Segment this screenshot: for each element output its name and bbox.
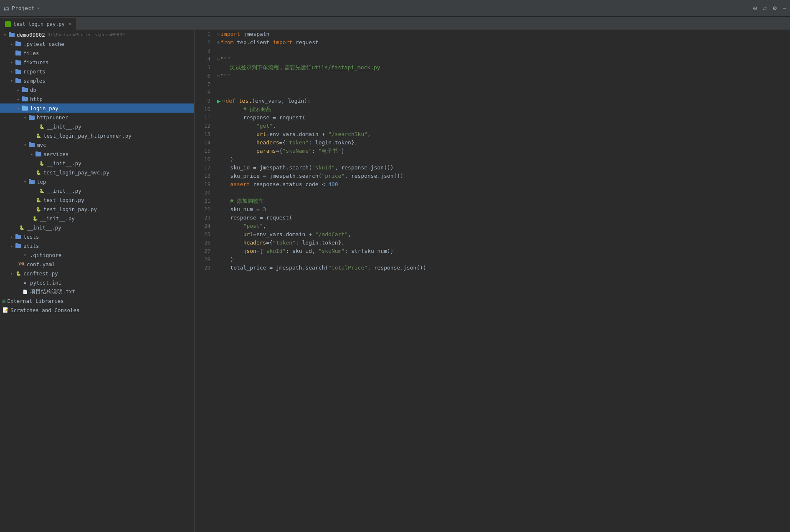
tree-test-login[interactable]: 🐍 test_login.py <box>0 195 194 204</box>
code-line-9: ▶ ⊖ def test ( env_vars , login ): <box>217 97 783 105</box>
ln-5: 5 <box>195 63 210 72</box>
test-mvc-label: test_login_pay_mvc.py <box>43 169 109 176</box>
tree-init-mvc[interactable]: 🐍 __init__.py <box>0 159 194 168</box>
code-colon-14: : login.token}, <box>309 139 357 147</box>
ln-28: 28 <box>195 255 210 264</box>
tree-conf-yaml[interactable]: YML conf.yaml <box>0 260 194 269</box>
docstring-open: """ <box>220 55 230 63</box>
code-assert-content: response.status_code < <box>250 180 328 189</box>
tree-conftest[interactable]: 🐍 conftest.py <box>0 269 194 278</box>
tree-mvc[interactable]: mvc <box>0 140 194 149</box>
code-comma-25: , <box>348 230 351 239</box>
code-jmespath: jmespath <box>240 30 269 38</box>
tab-close-icon[interactable]: ✕ <box>69 21 72 27</box>
window-icon: 🗂 <box>3 5 9 12</box>
tree-reports[interactable]: reports <box>0 67 194 76</box>
pytest-cache-arrow <box>8 42 15 46</box>
code-editor[interactable]: 1 2 3 4 5 6 7 8 9 10 11 12 13 14 15 16 1… <box>195 30 790 532</box>
utils-arrow <box>8 244 15 248</box>
svg-rect-27 <box>15 234 18 236</box>
ln-14: 14 <box>195 139 210 147</box>
code-indent-27 <box>217 247 243 255</box>
param-headers-26: headers <box>243 239 266 247</box>
root-folder-icon <box>8 32 15 38</box>
fold-9: ⊖ <box>222 97 225 105</box>
main-layout: demo09802 D:\PycharmProjects\demo09802 .… <box>0 30 790 532</box>
ln-6: 6 <box>195 72 210 80</box>
code-brace-15: } <box>341 147 344 155</box>
tree-db[interactable]: db <box>0 85 194 94</box>
tree-init-root[interactable]: 🐍 __init__.py <box>0 223 194 232</box>
code-request-import: request <box>292 38 319 47</box>
tree-test-mvc[interactable]: 🐍 test_login_pay_mvc.py <box>0 168 194 177</box>
ln-9: 9 <box>195 97 210 105</box>
tree-tep[interactable]: tep <box>0 177 194 186</box>
tab-test-login-pay[interactable]: test_login_pay.py ✕ <box>0 18 77 30</box>
init-lp-label: __init__.py <box>40 215 75 222</box>
tree-httprunner[interactable]: httprunner <box>0 113 194 122</box>
tree-init-loginpay[interactable]: 🐍 __init__.py <box>0 214 194 223</box>
init-lp-icon: 🐍 <box>32 215 38 221</box>
tree-services[interactable]: services <box>0 149 194 159</box>
code-line-16: ) <box>217 155 783 164</box>
project-dropdown-icon[interactable]: ▾ <box>37 6 40 10</box>
minimize-icon[interactable]: − <box>782 4 787 12</box>
sync-icon[interactable]: ⇌ <box>763 4 767 12</box>
fixtures-icon <box>15 60 22 65</box>
tree-test-login-pay[interactable]: 🐍 test_login_pay.py <box>0 204 194 214</box>
code-line-5: 测试登录到下单流程，需要先运行utils/fastapi_mock.py <box>217 63 783 72</box>
svg-rect-29 <box>15 243 18 245</box>
tree-samples[interactable]: samples <box>0 76 194 85</box>
code-comma-18: , response.json()) <box>344 172 403 180</box>
ln-25: 25 <box>195 230 210 239</box>
tree-init-httprunner[interactable]: 🐍 __init__.py <box>0 122 194 131</box>
str-price: "price" <box>322 172 344 180</box>
svg-rect-11 <box>15 78 18 80</box>
fold-6: ⊖ <box>217 72 220 80</box>
tree-gitignore[interactable]: ≡ .gitignore <box>0 250 194 260</box>
fold-2: ⊖ <box>217 38 220 47</box>
svg-rect-13 <box>22 87 25 89</box>
code-line-21: # 添加购物车 <box>217 197 783 205</box>
code-line-15: params ={ "skuName" : "电子书" } <box>217 147 783 155</box>
add-icon[interactable]: ⊕ <box>753 4 757 12</box>
str-token-key: "token" <box>286 139 309 147</box>
tree-root[interactable]: demo09802 D:\PycharmProjects\demo09802 <box>0 30 194 39</box>
code-skuid-assign: sku_id = jmespath.search( <box>217 164 312 172</box>
fixtures-label: fixtures <box>23 59 48 66</box>
tree-http[interactable]: http <box>0 94 194 103</box>
tests-icon <box>15 234 22 240</box>
comment-addcart: # 添加购物车 <box>217 197 264 205</box>
tree-project-desc[interactable]: 📄 项目结构说明.txt <box>0 287 194 296</box>
mvc-icon <box>28 142 35 148</box>
root-label: demo09802 <box>17 32 45 38</box>
tab-label: test_login_pay.py <box>13 21 65 27</box>
tree-external-libraries[interactable]: ▤ External Libraries <box>0 296 194 305</box>
ln-3: 3 <box>195 47 210 55</box>
httprunner-icon <box>28 115 35 120</box>
project-sidebar: demo09802 D:\PycharmProjects\demo09802 .… <box>0 30 195 532</box>
tree-fixtures[interactable]: fixtures <box>0 58 194 67</box>
tree-tests[interactable]: tests <box>0 232 194 241</box>
code-line-11: response = request( <box>217 113 783 122</box>
tree-test-httprunner[interactable]: 🐍 test_login_pay_httprunner.py <box>0 131 194 140</box>
run-arrow[interactable]: ▶ <box>217 97 220 105</box>
tree-pytest-ini[interactable]: ≡ pytest.ini <box>0 278 194 287</box>
ln-24: 24 <box>195 222 210 230</box>
ln-1: 1 <box>195 30 210 38</box>
tree-scratches[interactable]: 📝 Scratches and Consoles <box>0 305 194 315</box>
svg-rect-23 <box>35 151 38 153</box>
ln-13: 13 <box>195 130 210 139</box>
code-response-assign: response = request( <box>217 113 305 122</box>
samples-label: samples <box>23 78 46 84</box>
settings-icon[interactable]: ⚙ <box>773 4 777 12</box>
tree-utils[interactable]: utils <box>0 241 194 250</box>
ln-2: 2 <box>195 38 210 47</box>
tree-login-pay[interactable]: login_pay <box>0 103 194 113</box>
code-line-6: ⊖ """ <box>217 72 783 80</box>
tree-init-tep[interactable]: 🐍 __init__.py <box>0 186 194 195</box>
test-hr-label: test_login_pay_httprunner.py <box>43 133 132 139</box>
code-line-26: headers ={ "token" : login.token}, <box>217 239 783 247</box>
tree-files[interactable]: files <box>0 48 194 58</box>
tree-pytest-cache[interactable]: .pytest_cache <box>0 39 194 48</box>
